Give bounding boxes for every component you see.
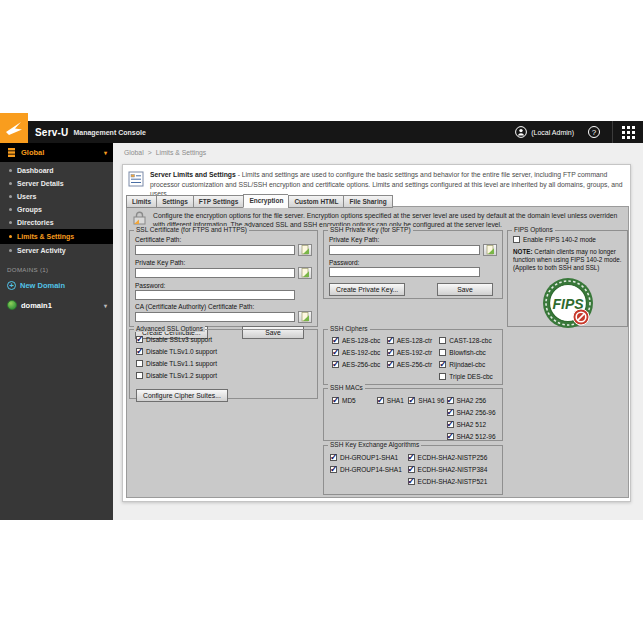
app-grid-button[interactable] bbox=[613, 121, 643, 143]
mac-row[interactable]: SHA1 96 bbox=[408, 397, 446, 405]
tab-custom-html[interactable]: Custom HTML bbox=[288, 195, 343, 208]
kex-row[interactable]: ECDH-SHA2-NISTP384 bbox=[408, 466, 499, 474]
checkbox[interactable] bbox=[387, 349, 394, 356]
checkbox[interactable] bbox=[330, 454, 337, 461]
breadcrumb-root[interactable]: Global bbox=[124, 149, 144, 156]
user-menu[interactable]: (Local Admin) bbox=[515, 126, 574, 138]
checkbox[interactable] bbox=[439, 373, 446, 380]
checkbox[interactable] bbox=[408, 397, 415, 404]
mac-row[interactable]: MD5 bbox=[332, 397, 377, 405]
tab-file-sharing[interactable]: File Sharing bbox=[343, 195, 392, 208]
sidebar-item-limits-settings[interactable]: Limits & Settings bbox=[0, 229, 113, 244]
solarwinds-logo-icon bbox=[0, 113, 28, 143]
checkbox[interactable] bbox=[136, 336, 143, 343]
kex-row[interactable]: DH-GROUP1-SHA1 bbox=[330, 454, 408, 462]
browse-private-key-button[interactable] bbox=[298, 267, 312, 279]
disable-tlsv11-row[interactable]: Disable TLSv1.1 support bbox=[136, 360, 312, 368]
encryption-hint-icon bbox=[132, 211, 147, 226]
kex-row[interactable]: ECDH-SHA2-NISTP521 bbox=[408, 478, 499, 486]
mac-row[interactable]: SHA1 bbox=[377, 397, 408, 405]
checkbox[interactable] bbox=[447, 421, 454, 428]
checkbox[interactable] bbox=[377, 397, 384, 404]
cipher-row[interactable]: AES-192-cbc bbox=[332, 349, 387, 357]
checkbox[interactable] bbox=[136, 372, 143, 379]
disable-sslv3-row[interactable]: Disable SSLv3 support bbox=[136, 336, 312, 344]
ssl-password-input[interactable] bbox=[135, 290, 295, 300]
chevron-down-icon[interactable]: ▾ bbox=[104, 302, 107, 309]
checkbox[interactable] bbox=[447, 397, 454, 404]
mac-row[interactable]: SHA2 256-96 bbox=[447, 409, 499, 417]
sidebar-item-dashboard[interactable]: Dashboard bbox=[0, 164, 113, 177]
checkbox[interactable] bbox=[332, 397, 339, 404]
cipher-row[interactable]: Rijndael-cbc bbox=[439, 361, 499, 369]
ssh-key-exchange-group: SSH Key Exchange Algorithms DH-GROUP1-SH… bbox=[323, 445, 503, 495]
sidebar-item-server-activity[interactable]: Server Activity bbox=[0, 244, 113, 257]
checkbox[interactable] bbox=[136, 348, 143, 355]
checkbox[interactable] bbox=[387, 337, 394, 344]
mac-row[interactable]: SHA2 512-96 bbox=[447, 433, 499, 441]
checkbox[interactable] bbox=[439, 349, 446, 356]
browse-certificate-button[interactable] bbox=[298, 244, 312, 256]
plus-circle-icon: + bbox=[7, 281, 16, 290]
tab-encryption[interactable]: Encryption bbox=[243, 194, 288, 208]
checkbox[interactable] bbox=[332, 361, 339, 368]
browse-ca-certificate-button[interactable] bbox=[298, 311, 312, 323]
disable-tlsv12-row[interactable]: Disable TLSv1.2 support bbox=[136, 372, 312, 380]
checkbox[interactable] bbox=[330, 466, 337, 473]
cipher-row[interactable]: Blowfish-cbc bbox=[439, 349, 499, 357]
tab-ftp-settings[interactable]: FTP Settings bbox=[193, 195, 244, 208]
tab-settings[interactable]: Settings bbox=[156, 195, 193, 208]
enable-fips-checkbox-row[interactable]: Enable FIPS 140-2 mode bbox=[513, 236, 623, 244]
mac-row[interactable]: SHA2 512 bbox=[447, 421, 499, 429]
checkbox[interactable] bbox=[447, 433, 454, 440]
ssh-password-input[interactable] bbox=[329, 267, 480, 277]
checkbox[interactable] bbox=[439, 337, 446, 344]
checkbox[interactable] bbox=[447, 409, 454, 416]
new-domain-button[interactable]: + New Domain bbox=[7, 281, 113, 290]
checkbox[interactable] bbox=[332, 337, 339, 344]
page-title: Server Limits and Settings bbox=[150, 171, 236, 178]
sidebar-item-directories[interactable]: Directories bbox=[0, 216, 113, 229]
disable-tlsv10-row[interactable]: Disable TLSv1.0 support bbox=[136, 348, 312, 356]
sidebar-item-users[interactable]: Users bbox=[0, 190, 113, 203]
checkbox[interactable] bbox=[439, 361, 446, 368]
checkbox-label: AES-192-ctr bbox=[397, 349, 432, 357]
checkbox[interactable] bbox=[408, 454, 415, 461]
ca-certificate-path-input[interactable] bbox=[135, 312, 295, 322]
checkbox[interactable] bbox=[513, 236, 520, 243]
kex-row[interactable]: DH-GROUP14-SHA1 bbox=[330, 466, 408, 474]
sidebar-item-server-details[interactable]: Server Details bbox=[0, 177, 113, 190]
tab-limits[interactable]: Limits bbox=[126, 195, 156, 208]
sidebar-item-groups[interactable]: Groups bbox=[0, 203, 113, 216]
checkbox[interactable] bbox=[332, 349, 339, 356]
ssh-save-button[interactable]: Save bbox=[437, 283, 493, 296]
ssl-private-key-path-input[interactable] bbox=[135, 268, 295, 278]
checkbox-label: MD5 bbox=[342, 397, 356, 405]
bullet-icon bbox=[9, 249, 12, 252]
cipher-row[interactable]: AES-192-ctr bbox=[387, 349, 440, 357]
sidebar-global-header[interactable]: Global ▾ bbox=[0, 143, 113, 162]
group-legend: FIPS Options bbox=[512, 226, 555, 233]
browse-ssh-key-button[interactable] bbox=[483, 244, 497, 256]
configure-cipher-suites-button[interactable]: Configure Cipher Suites... bbox=[136, 389, 228, 402]
cipher-row[interactable]: AES-256-cbc bbox=[332, 361, 387, 369]
cipher-row[interactable]: AES-128-ctr bbox=[387, 337, 440, 345]
sidebar-item-domain1[interactable]: domain1 ▾ bbox=[7, 300, 107, 310]
help-button[interactable]: ? bbox=[588, 126, 600, 138]
checkbox[interactable] bbox=[387, 361, 394, 368]
chevron-down-icon[interactable]: ▾ bbox=[104, 149, 107, 156]
cipher-row[interactable]: Triple DES-cbc bbox=[439, 373, 499, 381]
mac-row[interactable]: SHA2 256 bbox=[447, 397, 499, 405]
kex-row[interactable]: ECDH-SHA2-NISTP256 bbox=[408, 454, 499, 462]
checkbox[interactable] bbox=[408, 466, 415, 473]
checkbox[interactable] bbox=[408, 478, 415, 485]
breadcrumb: Global>Limits & Settings bbox=[124, 149, 210, 156]
cipher-row[interactable]: AES-128-cbc bbox=[332, 337, 387, 345]
checkbox[interactable] bbox=[136, 360, 143, 367]
create-private-key-button[interactable]: Create Private Key... bbox=[329, 283, 405, 296]
certificate-path-input[interactable] bbox=[135, 245, 295, 255]
ssh-private-key-path-input[interactable] bbox=[329, 245, 480, 255]
cipher-row[interactable]: CAST-128-cbc bbox=[439, 337, 499, 345]
cipher-row[interactable]: AES-256-ctr bbox=[387, 361, 440, 369]
checkbox-label: DH-GROUP14-SHA1 bbox=[340, 466, 402, 474]
